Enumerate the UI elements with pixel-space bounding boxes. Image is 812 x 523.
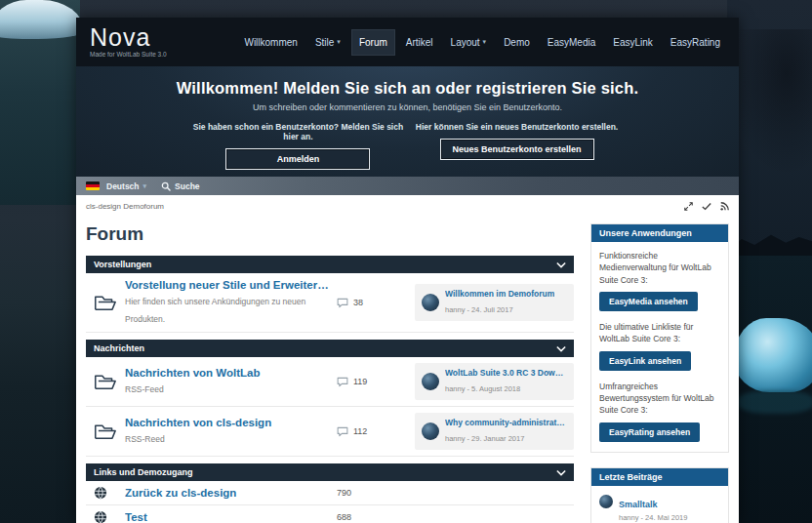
avatar[interactable]: [422, 294, 439, 311]
app-promo-easymedia: Funktionsreiche Medienverwaltung für Wol…: [599, 250, 720, 311]
site-window: Nova Made for WoltLab Suite 3.0 Willkomm…: [76, 18, 739, 523]
last-post-meta: hanny - 29. Januar 2017: [445, 434, 524, 443]
german-flag-icon: [86, 181, 100, 190]
external-link[interactable]: Zurück zu cls-design: [125, 487, 331, 499]
nav-item-easymedia[interactable]: EasyMedia: [541, 30, 602, 55]
last-post-link[interactable]: Why community-administrators should sl…: [445, 418, 567, 427]
breadcrumb[interactable]: cls-design Demoforum: [86, 202, 164, 211]
category-vorstellungen: Vorstellungen Vorstellung neuer S: [86, 256, 574, 333]
welcome-subtitle: Um schreiben oder kommentieren zu können…: [76, 102, 739, 112]
last-post-meta: hanny - 24. Juli 2017: [445, 305, 513, 314]
last-post-panel: Willkommen im Demoforum hanny - 24. Juli…: [415, 284, 574, 321]
expand-arrows-icon[interactable]: [684, 202, 693, 211]
last-post-panel: Why community-administrators should sl… …: [415, 413, 574, 450]
comments-icon: [337, 298, 348, 308]
interaction-bar: Deutsch ▾ Suche: [76, 177, 739, 195]
latest-posts-title: Letzte Beiträge: [591, 468, 728, 486]
latest-post-meta: hanny - 24. Mai 2019: [619, 513, 687, 522]
sidebar: Unsere Anwendungen Funktionsreiche Medie…: [590, 223, 729, 523]
category-nachrichten: Nachrichten Nachrichten von WoltL: [86, 340, 574, 457]
forum-description: Hier finden sich unsere Ankündigungen zu…: [125, 297, 305, 324]
content-area: cls-design Demoforum Forum: [76, 195, 739, 523]
thread-count: 119: [353, 377, 367, 386]
nav-item-easylink[interactable]: EasyLink: [606, 30, 660, 55]
forum-main-column: Forum Vorstellungen: [86, 223, 574, 523]
last-post-panel: WoltLab Suite 3.0 RC 3 Download hanny - …: [415, 363, 574, 400]
last-post-meta: hanny - 5. August 2018: [445, 384, 520, 393]
nav-item-forum[interactable]: Forum: [351, 29, 395, 56]
link-row: Test 688: [86, 505, 574, 523]
link-row: Zurück zu cls-design 790: [86, 481, 574, 505]
main-nav: Willkommen Stile▾ Forum Artikel Layout▾ …: [237, 29, 727, 56]
apps-box-title: Unsere Anwendungen: [591, 224, 728, 242]
forum-description: RSS-Feed: [125, 384, 164, 394]
category-links: Links und Demozugang Zurück zu cl: [86, 463, 574, 523]
folder-open-icon: [94, 423, 116, 440]
login-hint: Sie haben schon ein Benutzerkonto? Melde…: [188, 122, 407, 141]
forum-link[interactable]: Vorstellung neuer Stile und Erweiterunge…: [125, 279, 331, 291]
nav-item-layout[interactable]: Layout▾: [444, 30, 494, 55]
chevron-down-icon: ▾: [143, 182, 147, 190]
forum-row: Nachrichten von cls-design RSS-Reed 112: [86, 407, 574, 457]
search-button[interactable]: Suche: [161, 181, 200, 191]
page-title: Forum: [86, 223, 574, 245]
comments-icon: [337, 377, 348, 387]
search-icon: [161, 181, 171, 191]
thread-count: 38: [353, 298, 363, 307]
site-logo[interactable]: Nova Made for WoltLab Suite 3.0: [90, 25, 167, 59]
chevron-down-icon: ▾: [483, 38, 487, 46]
last-post-link[interactable]: WoltLab Suite 3.0 RC 3 Download: [445, 368, 567, 378]
link-count: 790: [337, 488, 351, 498]
chevron-down-icon: [556, 262, 566, 268]
logo-text: Nova: [90, 25, 167, 50]
forum-row: Vorstellung neuer Stile und Erweiterunge…: [86, 273, 574, 333]
rss-icon[interactable]: [720, 202, 729, 211]
globe-icon: [94, 486, 107, 500]
avatar[interactable]: [422, 422, 439, 440]
apps-box: Unsere Anwendungen Funktionsreiche Medie…: [590, 223, 729, 453]
latest-posts-box: Letzte Beiträge Smalltalk hanny - 24. Ma…: [590, 467, 729, 523]
forum-link[interactable]: Nachrichten von cls-design: [125, 417, 331, 428]
nav-item-demo[interactable]: Demo: [497, 30, 537, 55]
language-selector[interactable]: Deutsch ▾: [106, 181, 146, 191]
welcome-title: Willkommen! Melden Sie sich an oder regi…: [76, 79, 739, 98]
last-post-link[interactable]: Willkommen im Demoforum: [445, 289, 554, 299]
category-header[interactable]: Nachrichten: [86, 340, 574, 357]
app-promo-easyrating: Umfrangreiches Bewertungssystem für Wolt…: [599, 381, 720, 442]
chevron-down-icon: ▾: [337, 38, 341, 46]
logo-tagline: Made for WoltLab Suite 3.0: [90, 52, 167, 59]
category-header[interactable]: Vorstellungen: [86, 256, 574, 273]
login-button[interactable]: Anmelden: [225, 148, 370, 170]
nav-item-easyrating[interactable]: EasyRating: [664, 30, 727, 55]
external-link[interactable]: Test: [125, 511, 331, 523]
chevron-down-icon: [556, 469, 566, 476]
folder-open-icon: [94, 374, 116, 390]
thread-count: 112: [353, 426, 367, 436]
comments-icon: [337, 426, 348, 437]
nav-item-artikel[interactable]: Artikel: [399, 30, 440, 55]
latest-post-item: Smalltalk hanny - 24. Mai 2019: [599, 494, 720, 522]
chevron-down-icon: [556, 345, 566, 352]
easylink-button[interactable]: EasyLink ansehen: [599, 351, 691, 371]
avatar[interactable]: [422, 373, 439, 390]
nav-item-willkommen[interactable]: Willkommen: [237, 30, 304, 55]
category-header[interactable]: Links und Demozugang: [86, 463, 574, 481]
link-count: 688: [337, 512, 351, 522]
site-header: Nova Made for WoltLab Suite 3.0 Willkomm…: [76, 18, 739, 66]
latest-post-link[interactable]: Smalltalk: [619, 500, 658, 509]
forum-row: Nachrichten von WoltLab RSS-Feed 119: [86, 357, 574, 407]
register-button[interactable]: Neues Benutzerkonto erstellen: [440, 139, 594, 160]
forum-link[interactable]: Nachrichten von WoltLab: [125, 367, 331, 379]
forum-description: RSS-Reed: [125, 434, 165, 444]
easyrating-button[interactable]: EasyRating ansehen: [599, 422, 700, 442]
folder-open-icon: [94, 295, 116, 311]
globe-icon: [94, 510, 107, 523]
app-promo-easylink: Die ultimative Linkliste für WoltLab Sui…: [599, 321, 720, 371]
mark-read-check-icon[interactable]: [702, 202, 711, 211]
easymedia-button[interactable]: EasyMedia ansehen: [599, 292, 698, 311]
avatar[interactable]: [599, 495, 613, 508]
register-hint: Hier können Sie ein neues Benutzerkonto …: [408, 122, 627, 132]
nav-item-stile[interactable]: Stile▾: [308, 30, 347, 55]
welcome-banner: Willkommen! Melden Sie sich an oder regi…: [76, 66, 739, 177]
